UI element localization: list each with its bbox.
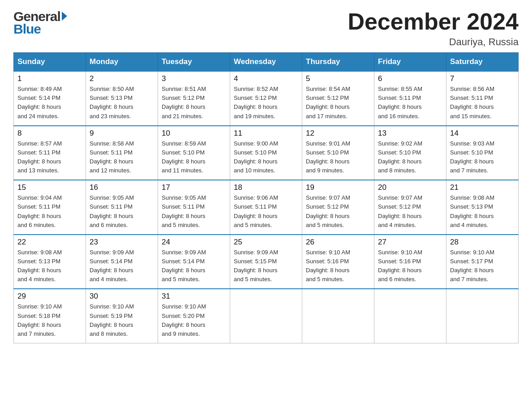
- location-label: Dauriya, Russia: [348, 36, 519, 48]
- day-cell: 3 Sunrise: 8:51 AMSunset: 5:12 PMDayligh…: [158, 71, 230, 126]
- col-sunday: Sunday: [14, 53, 86, 72]
- day-cell: 11 Sunrise: 9:00 AMSunset: 5:10 PMDaylig…: [230, 126, 302, 180]
- day-cell: 14 Sunrise: 9:03 AMSunset: 5:10 PMDaylig…: [446, 126, 519, 180]
- week-row-4: 22 Sunrise: 9:08 AMSunset: 5:13 PMDaylig…: [14, 235, 519, 289]
- day-cell: 26 Sunrise: 9:10 AMSunset: 5:16 PMDaylig…: [302, 235, 374, 289]
- day-info: Sunrise: 9:04 AMSunset: 5:11 PMDaylight:…: [17, 193, 82, 230]
- day-cell: 1 Sunrise: 8:49 AMSunset: 5:14 PMDayligh…: [14, 71, 86, 126]
- day-number: 29: [17, 292, 82, 301]
- logo: General Blue: [13, 9, 67, 37]
- week-row-2: 8 Sunrise: 8:57 AMSunset: 5:11 PMDayligh…: [14, 126, 519, 180]
- day-info: Sunrise: 9:08 AMSunset: 5:13 PMDaylight:…: [17, 248, 82, 284]
- day-cell: 18 Sunrise: 9:06 AMSunset: 5:11 PMDaylig…: [230, 180, 302, 235]
- day-info: Sunrise: 9:09 AMSunset: 5:14 PMDaylight:…: [90, 248, 154, 284]
- day-number: 22: [17, 238, 82, 247]
- day-info: Sunrise: 8:57 AMSunset: 5:11 PMDaylight:…: [17, 139, 82, 176]
- header-row: Sunday Monday Tuesday Wednesday Thursday…: [14, 53, 519, 72]
- week-row-3: 15 Sunrise: 9:04 AMSunset: 5:11 PMDaylig…: [14, 180, 519, 235]
- day-number: 30: [90, 292, 154, 301]
- day-info: Sunrise: 9:10 AMSunset: 5:20 PMDaylight:…: [162, 302, 226, 338]
- day-number: 27: [378, 238, 442, 247]
- day-number: 1: [17, 74, 82, 83]
- day-cell: 16 Sunrise: 9:05 AMSunset: 5:11 PMDaylig…: [86, 180, 158, 235]
- calendar-table: Sunday Monday Tuesday Wednesday Thursday…: [13, 52, 519, 343]
- day-number: 8: [17, 129, 82, 138]
- day-cell: 27 Sunrise: 9:10 AMSunset: 5:16 PMDaylig…: [374, 235, 446, 289]
- title-section: December 2024 Dauriya, Russia: [348, 9, 519, 48]
- day-info: Sunrise: 9:10 AMSunset: 5:16 PMDaylight:…: [306, 248, 370, 284]
- day-number: 14: [450, 129, 515, 138]
- day-cell: [374, 289, 446, 343]
- day-cell: 8 Sunrise: 8:57 AMSunset: 5:11 PMDayligh…: [14, 126, 86, 180]
- day-cell: 21 Sunrise: 9:08 AMSunset: 5:13 PMDaylig…: [446, 180, 519, 235]
- day-number: 2: [90, 74, 154, 83]
- day-cell: 5 Sunrise: 8:54 AMSunset: 5:12 PMDayligh…: [302, 71, 374, 126]
- day-info: Sunrise: 9:06 AMSunset: 5:11 PMDaylight:…: [234, 193, 298, 230]
- day-number: 7: [450, 74, 515, 83]
- col-thursday: Thursday: [302, 53, 374, 72]
- day-info: Sunrise: 8:49 AMSunset: 5:14 PMDaylight:…: [17, 85, 82, 121]
- day-cell: 6 Sunrise: 8:55 AMSunset: 5:11 PMDayligh…: [374, 71, 446, 126]
- day-cell: 15 Sunrise: 9:04 AMSunset: 5:11 PMDaylig…: [14, 180, 86, 235]
- day-number: 5: [306, 74, 370, 83]
- day-cell: 2 Sunrise: 8:50 AMSunset: 5:13 PMDayligh…: [86, 71, 158, 126]
- day-cell: [446, 289, 519, 343]
- day-cell: 20 Sunrise: 9:07 AMSunset: 5:12 PMDaylig…: [374, 180, 446, 235]
- day-cell: 10 Sunrise: 8:59 AMSunset: 5:10 PMDaylig…: [158, 126, 230, 180]
- day-number: 23: [90, 238, 154, 247]
- day-info: Sunrise: 9:01 AMSunset: 5:10 PMDaylight:…: [306, 139, 370, 176]
- day-info: Sunrise: 9:08 AMSunset: 5:13 PMDaylight:…: [450, 193, 515, 230]
- day-cell: 13 Sunrise: 9:02 AMSunset: 5:10 PMDaylig…: [374, 126, 446, 180]
- day-number: 11: [234, 129, 298, 138]
- day-number: 21: [450, 183, 515, 192]
- week-row-1: 1 Sunrise: 8:49 AMSunset: 5:14 PMDayligh…: [14, 71, 519, 126]
- day-info: Sunrise: 9:10 AMSunset: 5:18 PMDaylight:…: [17, 302, 82, 338]
- day-number: 10: [162, 129, 226, 138]
- day-number: 31: [162, 292, 226, 301]
- day-number: 25: [234, 238, 298, 247]
- day-cell: 19 Sunrise: 9:07 AMSunset: 5:12 PMDaylig…: [302, 180, 374, 235]
- day-cell: 31 Sunrise: 9:10 AMSunset: 5:20 PMDaylig…: [158, 289, 230, 343]
- day-info: Sunrise: 9:10 AMSunset: 5:17 PMDaylight:…: [450, 248, 515, 284]
- col-saturday: Saturday: [446, 53, 519, 72]
- day-cell: 17 Sunrise: 9:05 AMSunset: 5:11 PMDaylig…: [158, 180, 230, 235]
- day-info: Sunrise: 9:02 AMSunset: 5:10 PMDaylight:…: [378, 139, 442, 176]
- day-number: 13: [378, 129, 442, 138]
- day-number: 15: [17, 183, 82, 192]
- day-info: Sunrise: 9:07 AMSunset: 5:12 PMDaylight:…: [306, 193, 370, 230]
- day-cell: 4 Sunrise: 8:52 AMSunset: 5:12 PMDayligh…: [230, 71, 302, 126]
- logo-blue-text: Blue: [13, 21, 67, 37]
- day-number: 4: [234, 74, 298, 83]
- day-info: Sunrise: 9:09 AMSunset: 5:14 PMDaylight:…: [162, 248, 226, 284]
- day-number: 9: [90, 129, 154, 138]
- day-info: Sunrise: 9:07 AMSunset: 5:12 PMDaylight:…: [378, 193, 442, 230]
- day-number: 18: [234, 183, 298, 192]
- day-info: Sunrise: 9:05 AMSunset: 5:11 PMDaylight:…: [162, 193, 226, 230]
- day-cell: 28 Sunrise: 9:10 AMSunset: 5:17 PMDaylig…: [446, 235, 519, 289]
- day-info: Sunrise: 9:03 AMSunset: 5:10 PMDaylight:…: [450, 139, 515, 176]
- day-info: Sunrise: 8:58 AMSunset: 5:11 PMDaylight:…: [90, 139, 154, 176]
- day-cell: 29 Sunrise: 9:10 AMSunset: 5:18 PMDaylig…: [14, 289, 86, 343]
- day-number: 26: [306, 238, 370, 247]
- col-wednesday: Wednesday: [230, 53, 302, 72]
- day-cell: [302, 289, 374, 343]
- day-cell: 23 Sunrise: 9:09 AMSunset: 5:14 PMDaylig…: [86, 235, 158, 289]
- day-info: Sunrise: 9:10 AMSunset: 5:19 PMDaylight:…: [90, 302, 154, 338]
- day-number: 19: [306, 183, 370, 192]
- day-cell: 25 Sunrise: 9:09 AMSunset: 5:15 PMDaylig…: [230, 235, 302, 289]
- day-number: 3: [162, 74, 226, 83]
- day-cell: 7 Sunrise: 8:56 AMSunset: 5:11 PMDayligh…: [446, 71, 519, 126]
- day-number: 17: [162, 183, 226, 192]
- day-cell: 22 Sunrise: 9:08 AMSunset: 5:13 PMDaylig…: [14, 235, 86, 289]
- day-number: 12: [306, 129, 370, 138]
- day-number: 6: [378, 74, 442, 83]
- day-cell: 30 Sunrise: 9:10 AMSunset: 5:19 PMDaylig…: [86, 289, 158, 343]
- day-info: Sunrise: 8:52 AMSunset: 5:12 PMDaylight:…: [234, 85, 298, 121]
- day-cell: [230, 289, 302, 343]
- day-info: Sunrise: 8:59 AMSunset: 5:10 PMDaylight:…: [162, 139, 226, 176]
- day-info: Sunrise: 8:56 AMSunset: 5:11 PMDaylight:…: [450, 85, 515, 121]
- col-tuesday: Tuesday: [158, 53, 230, 72]
- day-info: Sunrise: 8:55 AMSunset: 5:11 PMDaylight:…: [378, 85, 442, 121]
- day-cell: 12 Sunrise: 9:01 AMSunset: 5:10 PMDaylig…: [302, 126, 374, 180]
- day-info: Sunrise: 8:51 AMSunset: 5:12 PMDaylight:…: [162, 85, 226, 121]
